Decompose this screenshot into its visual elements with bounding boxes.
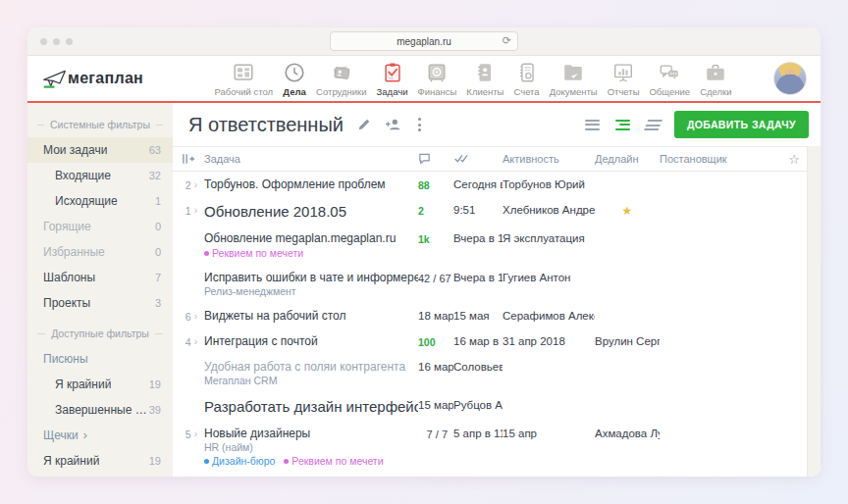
nav-item-reports[interactable]: Отчеты bbox=[605, 60, 643, 97]
more-options-icon[interactable] bbox=[416, 116, 423, 133]
expand-chevron-icon[interactable]: › bbox=[194, 428, 197, 440]
nav-item-communication[interactable]: Общение bbox=[646, 60, 693, 97]
sidebar-filter-item[interactable]: Мои задачи 63 bbox=[27, 137, 173, 163]
nav-item-finances[interactable]: Финансы bbox=[414, 60, 459, 97]
task-owner[interactable]: Торбунов Юрий bbox=[503, 176, 595, 190]
task-title[interactable]: Обновление 2018.05 bbox=[204, 202, 418, 221]
task-title[interactable]: Обновление megaplan.megaplan.ru bbox=[204, 230, 418, 246]
task-owner[interactable]: Хлебников Андрей bbox=[503, 202, 595, 216]
task-row[interactable]: 2› Торбунов. Оформление проблем 88 Сегод… bbox=[173, 172, 807, 197]
task-row[interactable]: 6› Виджеты на рабочий стол 18 мар в 16:3… bbox=[173, 303, 807, 328]
task-title-cell[interactable]: Разработать дизайн интерфейса bbox=[204, 397, 418, 416]
sidebar-filter-item[interactable]: Шаблоны 7 bbox=[27, 265, 173, 290]
add-person-icon[interactable] bbox=[385, 118, 402, 131]
address-bar[interactable]: megaplan.ru ⟳ bbox=[330, 31, 518, 51]
sidebar-filter-item[interactable]: Шарлотка 39 bbox=[27, 474, 173, 477]
task-title-cell[interactable]: Исправить ошибки в чате и информере Рели… bbox=[204, 270, 418, 298]
view-compact-icon[interactable] bbox=[583, 118, 602, 132]
edit-pencil-icon[interactable] bbox=[357, 118, 371, 131]
task-title-cell[interactable]: Удобная работа с поляи контрагента Мегап… bbox=[204, 359, 418, 387]
task-number[interactable]: 6› bbox=[173, 308, 204, 323]
task-owner[interactable]: Соловьев Иван bbox=[453, 359, 503, 373]
task-owner[interactable]: Рубцов Антон bbox=[453, 397, 503, 411]
task-title-cell[interactable]: Новыйе дизайнеры HR (найм) Дизайн-бюро Р… bbox=[204, 426, 418, 468]
column-header-deadline[interactable]: Дедлайн bbox=[595, 153, 660, 165]
task-row[interactable]: 5› Новыйе дизайнеры HR (найм) Дизайн-бюр… bbox=[173, 421, 807, 473]
nav-item-tasks[interactable]: Задачи bbox=[374, 60, 411, 97]
task-owner[interactable]: Ахмадова Луиза bbox=[595, 426, 660, 439]
task-owner[interactable]: Врулин Сергей bbox=[595, 333, 660, 347]
task-title[interactable]: Виджеты на рабочий стол bbox=[204, 308, 418, 324]
task-title[interactable]: Исправить ошибки в чате и информере bbox=[204, 270, 418, 285]
task-tag[interactable]: Реквием по мечети bbox=[204, 246, 303, 260]
view-grouped-icon[interactable] bbox=[613, 118, 632, 132]
task-title-cell[interactable]: Обновление megaplan.megaplan.ru Реквием … bbox=[204, 230, 418, 260]
sidebar-filter-item[interactable]: Я крайний 19 bbox=[27, 372, 173, 397]
nav-item-invoices[interactable]: Счета bbox=[510, 60, 542, 97]
task-row[interactable]: Удобная работа с поляи контрагента Мегап… bbox=[173, 354, 807, 392]
column-header-task[interactable]: Задача bbox=[204, 153, 418, 165]
expand-chevron-icon[interactable]: › bbox=[194, 205, 197, 217]
unread-comments-count[interactable]: 1k bbox=[418, 230, 453, 245]
sidebar-filter-item[interactable]: Проекты 3 bbox=[27, 290, 173, 316]
task-row[interactable]: Обновление megaplan.megaplan.ru Реквием … bbox=[173, 226, 807, 265]
task-title-cell[interactable]: Виджеты на рабочий стол bbox=[204, 308, 418, 324]
task-number[interactable]: 2› bbox=[173, 176, 204, 191]
unread-comments-count[interactable]: 88 bbox=[418, 176, 453, 191]
megaplan-logo[interactable]: мегаплан bbox=[41, 68, 181, 90]
sidebar-filter-item[interactable]: Горящие 0 bbox=[27, 214, 173, 239]
sidebar-filter-item[interactable]: Исходящие 1 bbox=[27, 188, 173, 214]
nav-item-clients[interactable]: Клиенты bbox=[463, 60, 506, 97]
task-row[interactable]: 4› Интеграция с почтой 100 16 мар в 11:2… bbox=[173, 328, 807, 354]
task-title[interactable]: Разработать дизайн интерфейса bbox=[204, 397, 418, 416]
task-tag[interactable]: Дизайн-бюро bbox=[204, 454, 275, 468]
task-title-cell[interactable]: Обновление 2018.05 bbox=[204, 202, 418, 221]
columns-settings-icon[interactable] bbox=[173, 153, 204, 165]
task-number[interactable] bbox=[173, 230, 204, 233]
task-tag[interactable]: Реквием по мечети bbox=[284, 454, 383, 468]
comments-column-icon[interactable] bbox=[418, 152, 453, 167]
sidebar-filter-item[interactable]: Завершенные недав… 39 bbox=[27, 397, 173, 423]
nav-item-todos[interactable]: Дела bbox=[280, 60, 309, 97]
task-row[interactable]: Разработать дизайн интерфейса 15 мар в 1… bbox=[173, 392, 807, 421]
nav-item-desktop[interactable]: Рабочий стол bbox=[211, 60, 276, 97]
favorite-column-icon[interactable]: ☆ bbox=[781, 152, 807, 167]
sidebar-filter-item[interactable]: Писюны bbox=[27, 346, 173, 372]
favorite-star-icon[interactable]: ★ bbox=[595, 202, 660, 218]
refresh-icon[interactable]: ⟳ bbox=[503, 34, 511, 47]
sidebar-filter-item[interactable]: Входящие 32 bbox=[27, 163, 173, 188]
task-title-cell[interactable]: Торбунов. Оформление проблем bbox=[204, 176, 418, 192]
column-header-owner[interactable]: Постановщик bbox=[660, 153, 781, 165]
task-row[interactable]: Исправить ошибки в чате и информере Рели… bbox=[173, 473, 807, 477]
task-owner[interactable]: Серафимов Алексей bbox=[503, 308, 595, 322]
sidebar-filter-item[interactable]: Избранные 0 bbox=[27, 239, 173, 265]
sidebar-filter-item[interactable]: Щечки › bbox=[27, 423, 173, 448]
task-title[interactable]: Интеграция с почтой bbox=[204, 333, 418, 349]
expand-chevron-icon[interactable]: › bbox=[194, 311, 197, 323]
column-header-activity[interactable]: Активность bbox=[503, 153, 595, 165]
task-title[interactable]: Новыйе дизайнеры bbox=[204, 426, 418, 441]
scrollbar-track[interactable] bbox=[807, 146, 821, 477]
unread-comments-count[interactable]: 100 bbox=[418, 333, 453, 348]
sidebar-filter-item[interactable]: Я крайний 19 bbox=[27, 448, 173, 474]
task-owner[interactable]: Гугиев Антон bbox=[503, 270, 595, 283]
user-avatar[interactable] bbox=[773, 62, 807, 95]
task-row[interactable]: Исправить ошибки в чате и информере Рели… bbox=[173, 265, 807, 303]
window-zoom-button[interactable] bbox=[66, 38, 73, 45]
view-slanted-icon[interactable] bbox=[641, 118, 665, 132]
task-number[interactable]: 1› bbox=[173, 202, 204, 217]
unread-comments-count[interactable]: 2 bbox=[418, 202, 453, 217]
task-row[interactable]: 1› Обновление 2018.05 2 9:51 Хлеб bbox=[173, 197, 807, 226]
window-controls[interactable] bbox=[40, 38, 73, 45]
task-title-cell[interactable]: Интеграция с почтой bbox=[204, 333, 418, 349]
task-title[interactable]: Удобная работа с поляи контрагента bbox=[204, 359, 418, 375]
nav-item-deals[interactable]: Сделки bbox=[697, 60, 734, 97]
add-task-button[interactable]: ДОБАВИТЬ ЗАДАЧУ bbox=[674, 111, 809, 138]
task-number[interactable]: 4› bbox=[173, 333, 204, 348]
task-number[interactable] bbox=[173, 397, 204, 400]
expand-chevron-icon[interactable]: › bbox=[194, 179, 197, 191]
expand-chevron-icon[interactable]: › bbox=[194, 336, 197, 348]
checklist-column-icon[interactable] bbox=[453, 153, 503, 166]
window-minimize-button[interactable] bbox=[53, 38, 60, 45]
task-title[interactable]: Торбунов. Оформление проблем bbox=[204, 176, 418, 192]
